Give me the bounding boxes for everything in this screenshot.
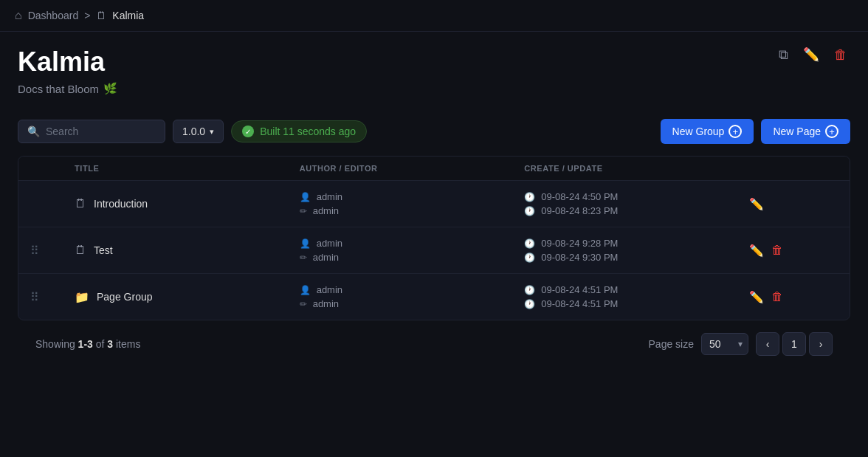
action-cell: ✏️ 🗑: [749, 244, 838, 258]
table-row: ⠿ 🗒 Test 👤 admin ✏ admin 🕐 09-08-24 9:28: [18, 227, 850, 274]
pages-table: TITLE AUTHOR / EDITOR CREATE / UPDATE 🗒 …: [18, 156, 850, 320]
col-header-drag: [30, 164, 75, 173]
user-icon: 👤: [300, 238, 311, 249]
author-cell: 👤 admin ✏ admin: [300, 284, 525, 309]
edit-icon: ✏: [300, 252, 307, 263]
version-dropdown[interactable]: 1.0.0 ▾: [173, 120, 224, 143]
version-label: 1.0.0: [182, 126, 205, 137]
row-title-text: Page Group: [97, 291, 153, 303]
page-subtitle: Docs that Bloom 🌿: [18, 82, 850, 95]
pagination: Page size 50 25 100 ‹ 1 ›: [649, 332, 833, 356]
row-title-text: Introduction: [94, 198, 148, 210]
clock-icon-2: 🕐: [524, 252, 535, 263]
edit-icon: ✏: [300, 299, 307, 309]
author-row: 👤 admin: [300, 284, 525, 295]
build-badge: ✓ Built 11 seconds ago: [231, 120, 367, 142]
row-title: 📁 Page Group: [75, 290, 300, 304]
showing-count: 3: [107, 338, 113, 350]
page-size-select[interactable]: 50 25 100: [701, 333, 748, 355]
created-row: 🕐 09-08-24 4:51 PM: [524, 284, 749, 295]
date-cell: 🕐 09-08-24 4:51 PM 🕐 09-08-24 4:51 PM: [524, 284, 749, 309]
new-group-plus-icon: +: [728, 125, 742, 138]
doc-icon: 🗒: [75, 197, 86, 210]
edit-header-button[interactable]: ✏️: [800, 44, 822, 66]
breadcrumb-current: Kalmia: [112, 10, 144, 21]
author-row: 👤 admin: [300, 238, 525, 249]
editor-name: admin: [313, 252, 339, 263]
new-group-label: New Group: [672, 126, 725, 137]
drag-handle[interactable]: ⠿: [30, 244, 75, 258]
subtitle-text: Docs that Bloom: [18, 83, 99, 95]
clock-icon-2: 🕐: [524, 206, 535, 216]
new-page-label: New Page: [773, 126, 821, 137]
author-cell: 👤 admin ✏ admin: [300, 238, 525, 263]
created-date: 09-08-24 4:50 PM: [541, 191, 618, 202]
table-row: 🗒 Introduction 👤 admin ✏ admin 🕐 09-08-2…: [18, 181, 850, 227]
showing-range: 1-3: [78, 338, 93, 350]
version-chevron-icon: ▾: [210, 127, 214, 137]
build-status-text: Built 11 seconds ago: [260, 126, 356, 137]
current-page-number: 1: [782, 332, 806, 356]
table-footer: Showing 1-3 of 3 items Page size 50 25 1…: [18, 320, 850, 368]
date-cell: 🕐 09-08-24 9:28 PM 🕐 09-08-24 9:30 PM: [524, 238, 749, 263]
updated-row: 🕐 09-08-24 4:51 PM: [524, 298, 749, 309]
row-title-text: Test: [94, 244, 113, 256]
row-delete-button[interactable]: 🗑: [771, 290, 783, 303]
user-icon: 👤: [300, 192, 311, 202]
breadcrumb-home[interactable]: Dashboard: [28, 10, 79, 21]
breadcrumb-doc-icon: 🗒: [96, 10, 106, 21]
author-cell: 👤 admin ✏ admin: [300, 191, 525, 216]
editor-name: admin: [313, 205, 339, 216]
updated-row: 🕐 09-08-24 9:30 PM: [524, 252, 749, 263]
header-actions: ⧉ ✏️ 🗑: [776, 44, 850, 66]
created-row: 🕐 09-08-24 9:28 PM: [524, 238, 749, 249]
row-edit-button[interactable]: ✏️: [749, 290, 764, 304]
action-cell: ✏️ 🗑: [749, 290, 838, 304]
row-edit-button[interactable]: ✏️: [749, 244, 764, 258]
row-edit-button[interactable]: ✏️: [749, 197, 764, 211]
page-size-label: Page size: [649, 338, 694, 350]
prev-page-button[interactable]: ‹: [756, 332, 779, 356]
author-row: 👤 admin: [300, 191, 525, 202]
subtitle-emoji: 🌿: [103, 82, 117, 95]
author-name: admin: [317, 238, 342, 249]
next-page-button[interactable]: ›: [809, 332, 833, 356]
table-header: TITLE AUTHOR / EDITOR CREATE / UPDATE: [18, 157, 850, 181]
showing-of: of: [96, 338, 105, 350]
date-cell: 🕐 09-08-24 4:50 PM 🕐 09-08-24 8:23 PM: [524, 191, 749, 216]
folder-icon: 📁: [75, 290, 89, 304]
drag-handle[interactable]: ⠿: [30, 290, 75, 304]
breadcrumb-separator: >: [84, 10, 90, 21]
editor-row: ✏ admin: [300, 252, 525, 263]
new-group-button[interactable]: New Group +: [661, 119, 754, 144]
search-input[interactable]: [46, 126, 149, 137]
row-delete-button[interactable]: 🗑: [771, 244, 783, 257]
home-icon: ⌂: [15, 9, 22, 22]
delete-header-button[interactable]: 🗑: [831, 44, 850, 66]
new-page-button[interactable]: New Page +: [761, 119, 850, 144]
new-page-plus-icon: +: [825, 125, 838, 138]
edit-icon: ✏: [300, 206, 307, 216]
table-row: ⠿ 📁 Page Group 👤 admin ✏ admin 🕐 09-08-2…: [18, 274, 850, 320]
user-icon: 👤: [300, 285, 311, 295]
editor-row: ✏ admin: [300, 205, 525, 216]
clock-icon: 🕐: [524, 238, 535, 249]
created-date: 09-08-24 9:28 PM: [541, 238, 618, 249]
search-icon: 🔍: [27, 126, 40, 137]
clock-icon: 🕐: [524, 285, 535, 295]
showing-prefix: Showing: [35, 338, 75, 350]
author-name: admin: [317, 284, 342, 295]
page-title: Kalmia: [18, 47, 850, 78]
col-header-title: TITLE: [75, 164, 300, 173]
editor-row: ✏ admin: [300, 298, 525, 309]
updated-row: 🕐 09-08-24 8:23 PM: [524, 205, 749, 216]
updated-date: 09-08-24 8:23 PM: [541, 205, 618, 216]
action-cell: ✏️: [749, 197, 838, 211]
page-size-wrapper: 50 25 100: [701, 333, 748, 355]
search-box[interactable]: 🔍: [18, 120, 165, 143]
editor-name: admin: [313, 298, 339, 309]
author-name: admin: [317, 191, 342, 202]
col-header-author: AUTHOR / EDITOR: [300, 164, 525, 173]
copy-button[interactable]: ⧉: [776, 44, 791, 66]
row-title: 🗒 Introduction: [75, 197, 300, 210]
